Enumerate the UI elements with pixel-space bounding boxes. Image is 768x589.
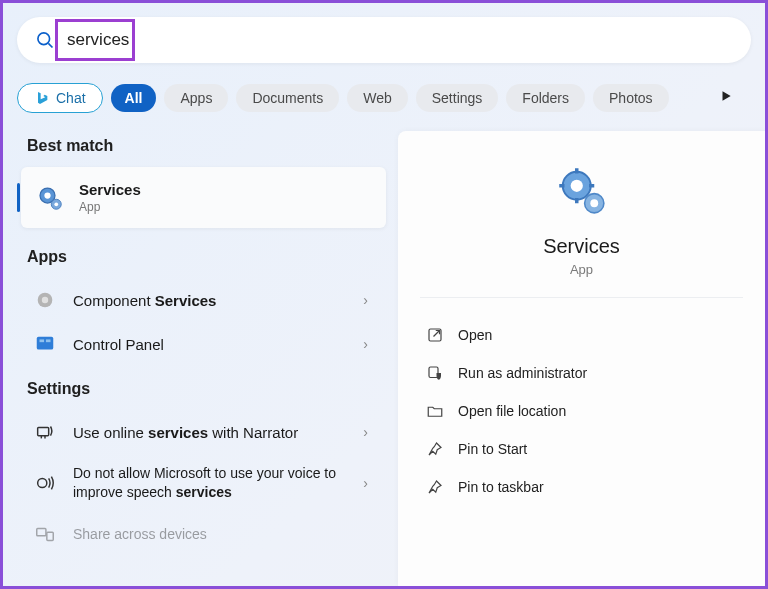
best-match-subtitle: App [79, 200, 372, 214]
svg-point-18 [570, 180, 582, 192]
tab-photos[interactable]: Photos [593, 84, 669, 112]
svg-rect-10 [46, 339, 51, 342]
result-title: Use online services with Narrator [73, 424, 363, 441]
tab-all[interactable]: All [111, 84, 157, 112]
svg-line-1 [48, 43, 52, 47]
group-settings: Settings [27, 380, 380, 398]
tab-apps[interactable]: Apps [164, 84, 228, 112]
chevron-right-icon: › [363, 424, 374, 440]
best-match-item[interactable]: Services App [21, 167, 386, 228]
group-apps: Apps [27, 248, 380, 266]
narrator-icon [33, 420, 57, 444]
svg-point-7 [42, 297, 48, 303]
detail-panel: Services App Open Run as administrator O… [398, 131, 765, 586]
pin-icon [426, 440, 444, 458]
control-panel-icon [33, 332, 57, 356]
result-narrator-services[interactable]: Use online services with Narrator › [21, 410, 386, 454]
svg-rect-22 [589, 184, 594, 188]
services-gear-icon [35, 183, 65, 213]
action-open-location[interactable]: Open file location [420, 392, 743, 430]
play-icon [719, 89, 733, 103]
result-title: Do not allow Microsoft to use your voice… [73, 464, 363, 502]
result-truncated[interactable]: Share across devices [21, 512, 386, 556]
svg-point-24 [590, 199, 598, 207]
group-best-match: Best match [27, 137, 380, 155]
folder-icon [426, 402, 444, 420]
svg-rect-11 [38, 427, 49, 435]
search-input[interactable] [67, 30, 733, 50]
best-match-title: Services [79, 181, 372, 198]
action-open[interactable]: Open [420, 316, 743, 354]
detail-title: Services [420, 235, 743, 258]
chevron-right-icon: › [363, 292, 374, 308]
svg-point-0 [38, 33, 50, 45]
tab-web[interactable]: Web [347, 84, 408, 112]
search-bar[interactable] [17, 17, 751, 63]
action-pin-start[interactable]: Pin to Start [420, 430, 743, 468]
tab-documents[interactable]: Documents [236, 84, 339, 112]
pin-icon [426, 478, 444, 496]
result-title: Control Panel [73, 336, 363, 353]
share-devices-icon [33, 522, 57, 546]
tab-folders[interactable]: Folders [506, 84, 585, 112]
svg-rect-16 [47, 532, 53, 540]
chevron-right-icon: › [363, 475, 374, 491]
svg-rect-19 [575, 168, 579, 173]
tab-chat-label: Chat [56, 90, 86, 106]
component-services-icon [33, 288, 57, 312]
action-pin-taskbar[interactable]: Pin to taskbar [420, 468, 743, 506]
result-voice-services[interactable]: Do not allow Microsoft to use your voice… [21, 454, 386, 512]
filter-tabs: Chat All Apps Documents Web Settings Fol… [3, 71, 765, 131]
svg-rect-21 [559, 184, 564, 188]
svg-point-3 [44, 192, 50, 198]
search-icon [35, 30, 55, 50]
action-run-admin[interactable]: Run as administrator [420, 354, 743, 392]
svg-rect-8 [37, 337, 54, 350]
voice-icon [33, 471, 57, 495]
tab-chat[interactable]: Chat [17, 83, 103, 113]
svg-point-14 [38, 478, 47, 487]
tabs-more-button[interactable] [719, 89, 751, 107]
tab-settings[interactable]: Settings [416, 84, 499, 112]
svg-rect-9 [40, 339, 45, 342]
svg-point-5 [54, 202, 58, 206]
svg-rect-15 [37, 528, 46, 535]
result-title: Component Services [73, 292, 363, 309]
shield-admin-icon [426, 364, 444, 382]
results-panel: Best match Services App Apps Compo [3, 131, 398, 586]
result-component-services[interactable]: Component Services › [21, 278, 386, 322]
detail-subtitle: App [420, 262, 743, 277]
svg-rect-20 [575, 198, 579, 203]
chevron-right-icon: › [363, 336, 374, 352]
detail-app-icon [554, 163, 610, 219]
result-control-panel[interactable]: Control Panel › [21, 322, 386, 366]
bing-icon [34, 90, 50, 106]
open-icon [426, 326, 444, 344]
